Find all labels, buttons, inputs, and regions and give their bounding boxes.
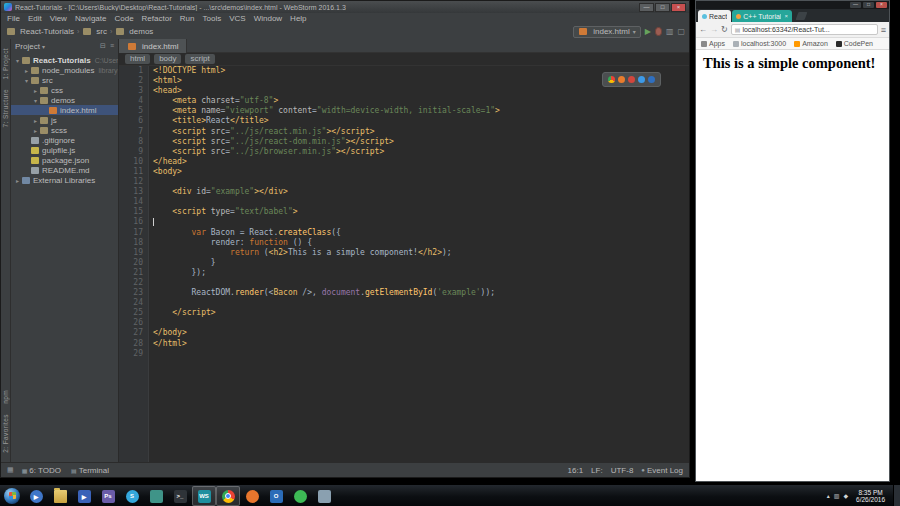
chevron-icon: ▸	[32, 117, 39, 124]
tree-item-react-tutorials[interactable]: ▾React-TutorialsC:\Users\Bucky...	[11, 55, 118, 65]
menu-code[interactable]: Code	[110, 14, 137, 23]
tree-item-readme-md[interactable]: README.md	[11, 165, 118, 175]
breadcrumb-react-tutorials[interactable]: React-Tutorials	[5, 27, 75, 36]
line-number: 25	[119, 308, 143, 318]
run-config-select[interactable]: index.html	[573, 26, 640, 38]
menu-navigate[interactable]: Navigate	[71, 14, 111, 23]
editor-tab-index-html[interactable]: index.html	[119, 39, 187, 53]
tray-icon-1[interactable]: ▴	[827, 492, 830, 499]
webstorm-titlebar[interactable]: React-Tutorials - [C:\Users\Bucky\Deskto…	[1, 1, 689, 13]
status-utf-8[interactable]: UTF-8	[611, 466, 634, 475]
status-terminal[interactable]: ▤Terminal	[71, 466, 109, 475]
bookmark-localhost-3000[interactable]: localhost:3000	[733, 40, 786, 47]
bookmark-codepen[interactable]: CodePen	[836, 40, 873, 47]
refresh-button[interactable]	[721, 25, 728, 34]
taskbar-media-center[interactable]: ▶	[24, 486, 48, 506]
tree-label: gulpfile.js	[42, 146, 75, 155]
project-panel-header[interactable]: Project ⊟ ≡	[11, 39, 118, 53]
tool-switcher-icon[interactable]	[7, 466, 14, 474]
firefox-icon[interactable]	[618, 76, 625, 83]
browser-tab-c-tutorial[interactable]: C++ Tutorial×	[732, 10, 792, 22]
status-event-log[interactable]: ●Event Log	[641, 466, 683, 475]
tag-crumb-html[interactable]: html	[125, 54, 150, 64]
tool-tab-7-structure[interactable]: 7: Structure	[2, 89, 9, 127]
taskbar-outlook[interactable]: O	[264, 486, 288, 506]
chrome-icon[interactable]	[608, 76, 615, 83]
tree-item-src[interactable]: ▾src	[11, 75, 118, 85]
minimize-button[interactable]: —	[850, 2, 861, 8]
browser-tab-react[interactable]: React	[698, 10, 731, 22]
code-editor[interactable]: <!DOCTYPE html><html><head> <meta charse…	[149, 66, 689, 462]
back-button[interactable]	[699, 25, 707, 34]
maximize-button[interactable]: □	[655, 3, 670, 12]
breadcrumb-demos[interactable]: demos	[114, 27, 154, 36]
ie-icon[interactable]	[638, 76, 645, 83]
taskbar-snipping-tool[interactable]	[312, 486, 336, 506]
menu-tools[interactable]: Tools	[199, 14, 226, 23]
taskbar-clock[interactable]: 8:35 PM 6/26/2016	[852, 489, 889, 503]
status-6-todo[interactable]: ▦6: TODO	[22, 466, 61, 475]
menu-view[interactable]: View	[46, 14, 71, 23]
forward-button[interactable]	[710, 25, 718, 34]
tool-tab-npm[interactable]: npm	[2, 390, 9, 404]
code-line	[153, 177, 689, 187]
menu-help[interactable]: Help	[286, 14, 310, 23]
close-button[interactable]: ×	[876, 2, 887, 8]
menu-window[interactable]: Window	[250, 14, 286, 23]
bookmark-amazon[interactable]: Amazon	[794, 40, 828, 47]
toolbar-misc-icon[interactable]	[677, 27, 685, 36]
status-lf[interactable]: LF:	[591, 466, 603, 475]
taskbar-file-explorer[interactable]	[48, 486, 72, 506]
tree-item-gitignore[interactable]: .gitignore	[11, 135, 118, 145]
tree-item-external-libraries[interactable]: ▸External Libraries	[11, 175, 118, 185]
menu-vcs[interactable]: VCS	[225, 14, 249, 23]
debug-button[interactable]	[655, 27, 662, 36]
taskbar-cmd[interactable]: >_	[168, 486, 192, 506]
menu-edit[interactable]: Edit	[24, 14, 46, 23]
taskbar-chrome[interactable]	[216, 486, 240, 506]
tree-item-node-modules[interactable]: ▸node_moduleslibrary root	[11, 65, 118, 75]
menu-run[interactable]: Run	[176, 14, 199, 23]
tree-item-css[interactable]: ▸css	[11, 85, 118, 95]
tool-tab-2-favorites[interactable]: 2: Favorites	[2, 414, 9, 453]
menu-refactor[interactable]: Refactor	[138, 14, 176, 23]
address-bar[interactable]: localhost:63342/React-Tut...	[731, 24, 878, 35]
tag-crumb-body[interactable]: body	[154, 54, 181, 64]
tag-crumb-script[interactable]: script	[185, 54, 214, 64]
tree-item-gulpfile-js[interactable]: gulpfile.js	[11, 145, 118, 155]
tray-icon-3[interactable]: ◆	[843, 492, 848, 499]
taskbar-skype[interactable]: S	[120, 486, 144, 506]
taskbar-webstorm[interactable]: WS	[192, 486, 216, 506]
tab-close-icon[interactable]: ×	[784, 13, 788, 19]
new-tab-button[interactable]	[795, 12, 807, 20]
start-button[interactable]	[0, 485, 24, 506]
tray-icon-2[interactable]: ▥	[834, 492, 840, 499]
collapse-all-icon[interactable]: ⊟	[100, 42, 106, 50]
coverage-icon[interactable]	[666, 27, 674, 36]
opera-icon[interactable]	[628, 76, 635, 83]
tree-item-js[interactable]: ▸js	[11, 115, 118, 125]
edge-icon[interactable]	[648, 76, 655, 83]
menu-file[interactable]: File	[3, 14, 24, 23]
bookmark-apps[interactable]: Apps	[701, 40, 725, 47]
tree-item-package-json[interactable]: package.json	[11, 155, 118, 165]
taskbar-spotify[interactable]	[288, 486, 312, 506]
minimize-button[interactable]: —	[639, 3, 654, 12]
close-button[interactable]: ×	[671, 3, 686, 12]
tree-item-scss[interactable]: ▸scss	[11, 125, 118, 135]
taskbar-media-player[interactable]: ▶	[72, 486, 96, 506]
run-button[interactable]	[645, 28, 651, 36]
maximize-button[interactable]: □	[863, 2, 874, 8]
tool-tab-1-project[interactable]: 1: Project	[2, 48, 9, 79]
breadcrumb-src[interactable]: src	[81, 27, 108, 36]
browser-titlebar[interactable]: — □ ×	[696, 1, 889, 9]
status-16-1[interactable]: 16:1	[568, 466, 584, 475]
tree-item-demos[interactable]: ▾demos	[11, 95, 118, 105]
menu-icon[interactable]	[881, 25, 886, 35]
taskbar-notepad[interactable]	[144, 486, 168, 506]
taskbar-firefox[interactable]	[240, 486, 264, 506]
tree-item-index-html[interactable]: index.html	[11, 105, 118, 115]
taskbar-photoshop[interactable]: Ps	[96, 486, 120, 506]
show-desktop-button[interactable]	[893, 485, 900, 506]
settings-icon[interactable]: ≡	[110, 42, 114, 50]
